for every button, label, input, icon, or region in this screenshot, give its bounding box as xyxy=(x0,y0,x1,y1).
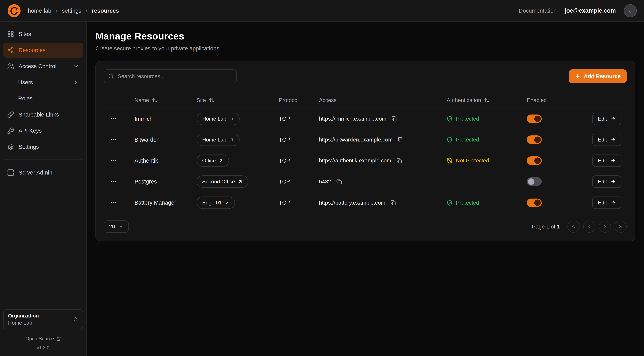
copy-button[interactable] xyxy=(390,199,397,206)
authentication-status: Protected xyxy=(447,116,479,122)
sidebar-item-users[interactable]: Users xyxy=(3,75,83,90)
site-link[interactable]: Home Lab xyxy=(196,113,240,125)
arrow-up-right-icon xyxy=(230,138,234,142)
resource-protocol: TCP xyxy=(268,116,308,122)
page-info: Page 1 of 1 xyxy=(532,224,560,230)
first-page-button[interactable] xyxy=(568,220,580,233)
row-menu-button[interactable] xyxy=(109,198,118,208)
server-icon xyxy=(7,169,14,176)
chevron-down-icon xyxy=(118,224,124,229)
column-header-site[interactable]: Site xyxy=(185,97,268,103)
sidebar-item-access-control[interactable]: Access Control xyxy=(3,59,83,74)
sidebar-item-settings[interactable]: Settings xyxy=(3,139,83,154)
authentication-label: Protected xyxy=(456,200,479,206)
sidebar-item-shareable-links[interactable]: Shareable Links xyxy=(3,107,83,122)
copy-button[interactable] xyxy=(391,115,398,122)
sidebar-item-label: API Keys xyxy=(18,128,42,134)
page-subtitle: Create secure proxies to your private ap… xyxy=(96,45,635,52)
page-size-value: 20 xyxy=(109,224,115,230)
sidebar-item-label: Resources xyxy=(18,47,46,54)
last-page-button[interactable] xyxy=(614,220,627,233)
enabled-toggle[interactable] xyxy=(527,198,542,207)
edit-button[interactable]: Edit xyxy=(592,176,622,188)
resource-name: Authentik xyxy=(123,158,185,164)
copy-button[interactable] xyxy=(396,157,403,164)
sort-icon xyxy=(209,98,214,103)
search-icon xyxy=(108,74,114,79)
site-link[interactable]: Office xyxy=(196,154,229,167)
column-header-access: Access xyxy=(308,97,435,103)
next-page-button[interactable] xyxy=(599,220,611,233)
authentication-status: Protected xyxy=(447,200,479,206)
authentication-label: Protected xyxy=(456,136,479,143)
sidebar-item-sites[interactable]: Sites xyxy=(3,26,83,42)
version-label: v1.3.0 xyxy=(3,345,83,350)
plus-icon xyxy=(575,74,580,79)
table-header: Name Site Protocol Access xyxy=(104,92,627,108)
edit-button[interactable]: Edit xyxy=(592,113,622,125)
arrow-up-right-icon xyxy=(225,200,229,205)
app-root: home-lab › settings › resources Document… xyxy=(0,0,644,356)
column-header-name[interactable]: Name xyxy=(123,97,185,103)
breadcrumb-settings[interactable]: settings xyxy=(62,8,81,14)
documentation-link[interactable]: Documentation xyxy=(519,8,557,14)
organization-picker[interactable]: Organization Home Lab xyxy=(3,309,83,330)
user-avatar[interactable]: J xyxy=(624,4,637,17)
enabled-toggle[interactable] xyxy=(527,156,542,165)
topbar: home-lab › settings › resources Document… xyxy=(0,0,644,22)
edit-button[interactable]: Edit xyxy=(592,154,622,167)
authentication-label: Not Protected xyxy=(456,158,489,164)
enabled-toggle[interactable] xyxy=(527,114,542,123)
site-link[interactable]: Second Office xyxy=(196,176,248,188)
copy-button[interactable] xyxy=(397,136,404,143)
arrow-right-icon xyxy=(610,137,616,142)
sidebar-item-label: Shareable Links xyxy=(18,112,59,118)
authentication-status: Not Protected xyxy=(447,158,489,164)
resource-access-value: https://authentik.example.com xyxy=(319,158,391,164)
organization-picker-title: Organization xyxy=(8,313,39,319)
chevrons-left-icon xyxy=(571,224,576,229)
table-footer: 20 Page 1 of 1 xyxy=(104,220,627,233)
shield-check-icon xyxy=(447,200,453,206)
open-source-link[interactable]: Open Source xyxy=(3,336,83,342)
sidebar-divider xyxy=(4,160,82,160)
sidebar-item-resources[interactable]: Resources xyxy=(3,43,83,58)
row-menu-button[interactable] xyxy=(109,135,118,144)
edit-button[interactable]: Edit xyxy=(592,196,622,209)
breadcrumb-resources[interactable]: resources xyxy=(92,8,119,14)
sort-icon xyxy=(484,98,490,103)
column-header-authentication[interactable]: Authentication xyxy=(435,97,516,103)
app-logo-icon[interactable] xyxy=(7,4,21,18)
copy-button[interactable] xyxy=(336,178,343,185)
sidebar-item-label: Access Control xyxy=(18,63,56,70)
copy-icon xyxy=(390,200,396,206)
chevron-down-icon xyxy=(72,63,79,70)
site-link[interactable]: Edge 01 xyxy=(196,196,235,209)
edit-button[interactable]: Edit xyxy=(592,134,622,146)
shield-off-icon xyxy=(447,158,453,164)
row-menu-button[interactable] xyxy=(109,177,118,186)
sidebar-item-server-admin[interactable]: Server Admin xyxy=(3,165,83,180)
breadcrumb: home-lab › settings › resources xyxy=(28,8,119,14)
arrow-right-icon xyxy=(610,179,616,184)
authentication-label: - xyxy=(447,178,448,185)
site-link[interactable]: Home Lab xyxy=(196,134,240,146)
sidebar-item-label: Users xyxy=(18,79,33,86)
enabled-toggle[interactable] xyxy=(527,136,542,144)
search-box xyxy=(104,70,237,83)
sidebar-item-roles[interactable]: Roles xyxy=(3,91,83,106)
chevron-right-icon xyxy=(72,79,79,86)
sidebar-item-api-keys[interactable]: API Keys xyxy=(3,123,83,138)
row-menu-button[interactable] xyxy=(109,156,118,166)
breadcrumb-org[interactable]: home-lab xyxy=(28,8,51,14)
search-input[interactable] xyxy=(104,70,237,83)
breadcrumb-separator: › xyxy=(86,8,88,14)
add-resource-button[interactable]: Add Resource xyxy=(569,70,627,83)
column-header-protocol: Protocol xyxy=(268,97,308,103)
previous-page-button[interactable] xyxy=(583,220,595,233)
resource-access-value: https://bitwarden.example.com xyxy=(319,136,393,143)
row-menu-button[interactable] xyxy=(109,114,118,124)
user-email[interactable]: joe@example.com xyxy=(565,8,616,14)
enabled-toggle[interactable] xyxy=(527,177,542,186)
page-size-select[interactable]: 20 xyxy=(104,220,128,233)
